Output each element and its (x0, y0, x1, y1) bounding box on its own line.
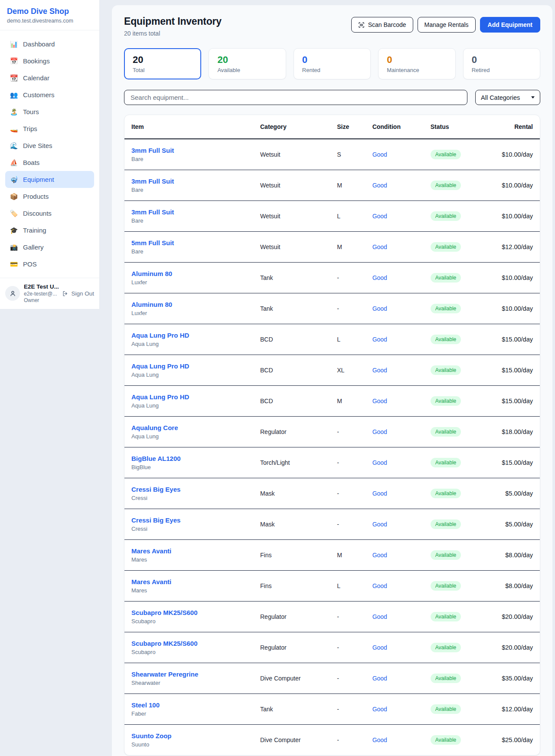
status-badge: Available (431, 396, 461, 406)
condition-link[interactable]: Good (372, 367, 387, 374)
trips-icon: 🚤 (10, 125, 18, 133)
condition-link[interactable]: Good (372, 613, 387, 620)
category-cell: Dive Computer (253, 663, 330, 694)
calendar-icon: 📆 (10, 74, 18, 82)
table-row: Aluminum 80 Luxfer Tank - Good Available… (124, 293, 540, 324)
condition-link[interactable]: Good (372, 336, 387, 343)
stat-card-available[interactable]: 20 Available (209, 48, 286, 79)
discounts-icon: 🏷️ (10, 210, 18, 217)
status-badge: Available (431, 704, 461, 714)
item-brand: Bare (131, 248, 246, 255)
brand-domain: demo.test.divestreams.com (7, 18, 92, 24)
rental-cell: $12.00/day (502, 243, 533, 250)
manage-rentals-button[interactable]: Manage Rentals (418, 17, 476, 33)
sidebar-item-dashboard[interactable]: 📊 Dashboard (5, 36, 94, 53)
brand-link[interactable]: Demo Dive Shop (7, 7, 92, 16)
item-link[interactable]: Cressi Big Eyes (131, 486, 246, 493)
stat-card-maintenance[interactable]: 0 Maintenance (378, 48, 455, 79)
condition-link[interactable]: Good (372, 582, 387, 589)
category-cell: Wetsuit (253, 170, 330, 201)
item-link[interactable]: Aqua Lung Pro HD (131, 332, 246, 339)
item-brand: Mares (131, 556, 246, 563)
sidebar-item-discounts[interactable]: 🏷️ Discounts (5, 205, 94, 222)
size-cell: L (330, 201, 365, 232)
item-link[interactable]: Aqua Lung Pro HD (131, 393, 246, 401)
item-link[interactable]: Suunto Zoop (131, 732, 246, 740)
stat-card-rented[interactable]: 0 Rented (294, 48, 371, 79)
item-link[interactable]: 3mm Full Suit (131, 177, 246, 185)
sidebar-item-products[interactable]: 📦 Products (5, 188, 94, 205)
sidebar-item-gallery[interactable]: 📸 Gallery (5, 239, 94, 256)
table-row: 5mm Full Suit Bare Wetsuit M Good Availa… (124, 232, 540, 263)
condition-link[interactable]: Good (372, 398, 387, 404)
rental-cell: $18.00/day (502, 428, 533, 435)
sidebar-item-label: Tours (23, 108, 39, 115)
condition-link[interactable]: Good (372, 213, 387, 220)
item-link[interactable]: 3mm Full Suit (131, 147, 246, 154)
user-email: e2e-tester@... (24, 291, 58, 297)
sign-out-label: Sign Out (71, 290, 94, 297)
condition-link[interactable]: Good (372, 428, 387, 435)
stat-card-retired[interactable]: 0 Retired (463, 48, 540, 79)
status-badge: Available (431, 643, 461, 652)
sidebar-item-dive-sites[interactable]: 🌊 Dive Sites (5, 137, 94, 154)
condition-link[interactable]: Good (372, 459, 387, 466)
sidebar-item-customers[interactable]: 👥 Customers (5, 86, 94, 103)
item-link[interactable]: 3mm Full Suit (131, 208, 246, 216)
rental-cell: $20.00/day (502, 644, 533, 651)
item-link[interactable]: Shearwater Peregrine (131, 671, 246, 678)
condition-link[interactable]: Good (372, 706, 387, 713)
item-link[interactable]: Scubapro MK25/S600 (131, 609, 246, 616)
sidebar-item-label: Dashboard (23, 40, 55, 48)
condition-link[interactable]: Good (372, 736, 387, 743)
item-link[interactable]: Aqualung Core (131, 424, 246, 431)
condition-link[interactable]: Good (372, 305, 387, 312)
add-equipment-button[interactable]: Add Equipment (480, 17, 540, 33)
sidebar-item-pos[interactable]: 💳 POS (5, 256, 94, 273)
item-link[interactable]: Steel 100 (131, 701, 246, 709)
search-input[interactable] (124, 90, 467, 105)
item-link[interactable]: Scubapro MK25/S600 (131, 640, 246, 647)
condition-link[interactable]: Good (372, 675, 387, 682)
item-link[interactable]: BigBlue AL1200 (131, 455, 246, 462)
item-link[interactable]: Mares Avanti (131, 578, 246, 585)
table-row: Aqua Lung Pro HD Aqua Lung BCD L Good Av… (124, 324, 540, 355)
category-select[interactable]: All Categories (475, 90, 540, 105)
sidebar-item-label: Bookings (23, 57, 50, 65)
item-link[interactable]: Aluminum 80 (131, 301, 246, 308)
stat-card-total[interactable]: 20 Total (124, 48, 201, 79)
brand-block: Demo Dive Shop demo.test.divestreams.com (0, 0, 99, 30)
sidebar-item-boats[interactable]: ⛵ Boats (5, 154, 94, 171)
item-link[interactable]: Aluminum 80 (131, 270, 246, 277)
column-size: Size (330, 115, 365, 139)
sign-out-button[interactable]: Sign Out (62, 290, 94, 297)
category-cell: Fins (253, 571, 330, 602)
item-brand: Mares (131, 587, 246, 594)
sidebar-item-trips[interactable]: 🚤 Trips (5, 120, 94, 137)
sidebar-item-equipment[interactable]: 🤿 Equipment (5, 171, 94, 188)
sidebar-item-calendar[interactable]: 📆 Calendar (5, 69, 94, 86)
item-brand: Luxfer (131, 310, 246, 316)
item-link[interactable]: Aqua Lung Pro HD (131, 362, 246, 370)
item-link[interactable]: Mares Avanti (131, 547, 246, 555)
condition-link[interactable]: Good (372, 182, 387, 189)
condition-link[interactable]: Good (372, 274, 387, 281)
item-link[interactable]: Cressi Big Eyes (131, 516, 246, 524)
status-badge: Available (431, 304, 461, 313)
scan-barcode-button[interactable]: Scan Barcode (351, 17, 413, 33)
item-link[interactable]: 5mm Full Suit (131, 239, 246, 247)
sidebar-item-bookings[interactable]: 📅 Bookings (5, 53, 94, 69)
status-badge: Available (431, 150, 461, 159)
sidebar-item-training[interactable]: 🎓 Training (5, 222, 94, 239)
condition-link[interactable]: Good (372, 644, 387, 651)
condition-link[interactable]: Good (372, 490, 387, 497)
condition-link[interactable]: Good (372, 521, 387, 528)
sidebar-item-label: Boats (23, 159, 39, 166)
condition-link[interactable]: Good (372, 151, 387, 158)
condition-link[interactable]: Good (372, 243, 387, 250)
item-brand: Aqua Lung (131, 402, 246, 409)
condition-link[interactable]: Good (372, 552, 387, 559)
table-row: Mares Avanti Mares Fins L Good Available… (124, 571, 540, 602)
sidebar-item-tours[interactable]: 🏝️ Tours (5, 103, 94, 120)
size-cell: - (330, 478, 365, 509)
